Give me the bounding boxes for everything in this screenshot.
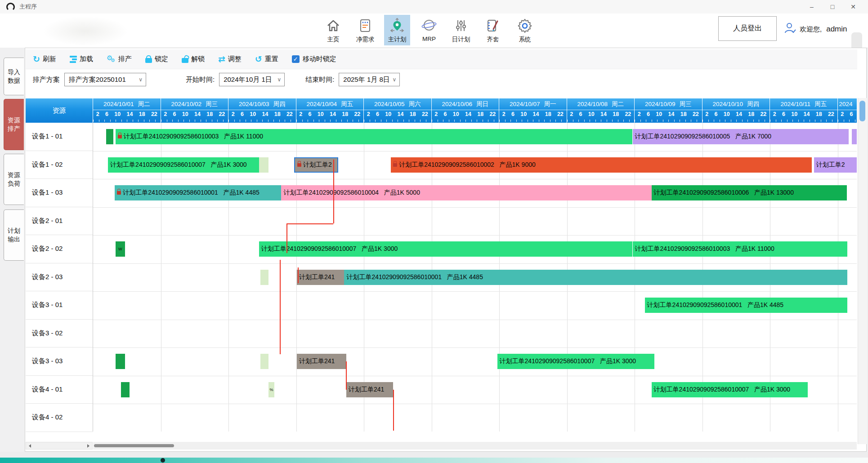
hour-labels: 2610141822 (432, 110, 499, 122)
maximize-button[interactable]: □ (822, 0, 843, 13)
resource-label: 设备4 - 01 (26, 376, 93, 404)
nav-item-home[interactable]: 主页 (320, 15, 346, 45)
gantt-bar[interactable]: 计划工单241 (297, 270, 344, 285)
resource-label: 设备3 - 01 (26, 291, 93, 320)
vertical-scrollbar[interactable] (858, 98, 867, 444)
horizontal-scrollbar[interactable] (93, 442, 857, 450)
gantt-bar[interactable]: 计划工单241 (297, 354, 346, 369)
bar-lock-icon (117, 191, 121, 195)
hour-labels: 2610141822 (499, 110, 567, 122)
gantt-bar[interactable] (260, 270, 268, 285)
end-time-select[interactable]: 2025年 1月 8日 (339, 73, 400, 86)
gantt-area: 资源 2024/10/01周二26101418222024/10/02周三261… (26, 98, 858, 450)
gantt-bar[interactable]: 计划工单24102909092586010007 产品1K 3000 (652, 382, 808, 397)
hour-labels: 2610141822 (296, 110, 364, 122)
gantt-bar[interactable]: 计划工单24102909092586010004 产品1K 5000 (281, 185, 651, 200)
net-demand-icon (358, 17, 373, 35)
vertical-scrollbar-thumb[interactable] (859, 101, 865, 121)
day-date-label: 2024/10/05周六 (364, 98, 431, 110)
sidebar-tab-resource-load[interactable]: 资源 负荷 (4, 154, 24, 205)
user-icon (783, 22, 797, 37)
lock-on-move-checkbox[interactable]: 移动时锁定 (292, 55, 336, 63)
gantt-toolbar: ↻ 刷新 加载 ⚙⚙ 排产 锁定 解锁 ⇄ 调整 (26, 49, 857, 69)
gantt-bar[interactable] (106, 129, 114, 144)
row-gridline (93, 207, 857, 208)
nav-item-daily-plan[interactable]: 日计划 (448, 15, 474, 45)
gantt-bar[interactable]: 计划工单24102909092586010001 产品1K 4485 (645, 298, 847, 313)
hour-labels: 2610141822 (364, 110, 431, 122)
timeline-header: 2024/10/01周二26101418222024/10/02周三261014… (93, 98, 857, 123)
dependency-line (333, 160, 334, 223)
gantt-bar[interactable]: 计划工单24102909092586010002 产品1K 9000 (391, 157, 812, 173)
master-plan-icon (389, 17, 405, 35)
app-window: 主程序 – □ ✕ 主页 净需求 (0, 0, 868, 463)
day-column-header: 2024/10/08周二2610141822 (567, 98, 635, 123)
horizontal-scrollbar-thumb[interactable] (94, 444, 174, 447)
hour-labels: 2610141822 (161, 110, 228, 122)
sidebar-tab-resource-scheduling[interactable]: 资源 排产 (4, 99, 24, 150)
day-date-label: 2024/10/03周四 (228, 98, 296, 110)
row-gridline (93, 347, 857, 348)
gantt-bar[interactable] (121, 382, 130, 397)
bar-label: % (270, 387, 273, 392)
gantt-bar[interactable] (116, 354, 125, 369)
refresh-button[interactable]: ↻ 刷新 (33, 55, 56, 63)
day-column-header: 2024/10/10周四2610141822 (702, 98, 770, 123)
gantt-bar[interactable]: 计划工单2 (294, 157, 338, 173)
schedule-gears-icon: ⚙⚙ (107, 55, 116, 64)
sidebar-tab-import-data[interactable]: 导入 数据 (4, 58, 24, 95)
gantt-bar[interactable]: 计划工单24102909092586010001 产品1K 4485 (344, 270, 847, 285)
gantt-bar[interactable]: 计划工单24102909092586010005 产品1K 7000 (633, 129, 849, 144)
app-icon (6, 3, 15, 11)
plan-select[interactable]: 排产方案20250101 (64, 73, 146, 86)
gantt-bar[interactable]: 计划工单24102909092586010007 产品1K 3000 (259, 241, 633, 257)
gantt-bar[interactable]: % (268, 382, 275, 397)
resource-label: 设备3 - 02 (26, 320, 93, 348)
nav-item-net-demand[interactable]: 净需求 (352, 15, 378, 45)
kitting-icon (485, 17, 501, 35)
gantt-bar[interactable]: 计划工单24102909092586010007 产品1K 3000 (108, 157, 259, 173)
adjust-button[interactable]: ⇄ 调整 (218, 55, 242, 63)
mrp-icon (421, 17, 437, 35)
unlock-icon (182, 58, 188, 63)
nav-item-kitting[interactable]: 齐套 (480, 15, 506, 45)
gantt-bar[interactable]: 计划工单24102909092586010006 产品1K 13000 (652, 185, 847, 200)
sidebar-tab-plan-output[interactable]: 计划 输出 (4, 209, 24, 261)
unlock-button[interactable]: 解锁 (182, 55, 205, 63)
reset-button[interactable]: ↺ 重置 (255, 55, 278, 63)
load-button[interactable]: 加载 (70, 55, 93, 63)
scroll-right-arrow[interactable] (85, 442, 92, 449)
gantt-bar[interactable]: 计划工单24102909092586010007 产品1K 3000 (497, 354, 654, 369)
gantt-bar[interactable] (259, 157, 268, 173)
scroll-left-arrow[interactable] (26, 442, 34, 449)
hour-labels: 2610141822 (838, 110, 857, 122)
close-button[interactable]: ✕ (843, 0, 864, 13)
gantt-bar[interactable]: 计划工单24102909092586010003 产品1K 11000 (633, 241, 847, 257)
bar-label: W (118, 247, 122, 251)
day-date-label: 2024 (838, 98, 857, 110)
bar-lock-icon (393, 163, 397, 167)
gantt-bar[interactable] (852, 129, 857, 144)
nav-item-system[interactable]: 系统 (512, 15, 538, 45)
gantt-bar[interactable]: 计划工单24102909092586010003 产品1K 11000 (116, 129, 633, 144)
gantt-bar[interactable]: W (116, 241, 125, 257)
minimize-button[interactable]: – (801, 0, 822, 13)
start-time-label: 开始时间: (186, 76, 215, 84)
username-text: admin (826, 25, 847, 34)
gantt-bar[interactable]: 计划工单241 (346, 382, 393, 397)
bar-label: 计划工单24102909092586010006 产品1K 13000 (654, 189, 794, 197)
gantt-bar[interactable] (260, 354, 268, 369)
gantt-bar[interactable]: 计划工单24102909092586010001 产品1K 4485 (115, 185, 281, 200)
plan-label: 排产方案 (33, 76, 60, 84)
schedule-button[interactable]: ⚙⚙ 排产 (107, 55, 132, 64)
start-time-select[interactable]: 2024年10月 1日 (219, 73, 285, 86)
nav-item-mrp[interactable]: MRP (416, 15, 442, 45)
lock-button[interactable]: 锁定 (145, 55, 168, 63)
bar-label: 计划工单24102909092586010003 产品1K 11000 (124, 133, 263, 141)
nav-item-master-plan[interactable]: 主计划 (384, 15, 410, 45)
row-gridline (93, 263, 857, 264)
resource-pane-scrollbar[interactable] (26, 442, 93, 450)
day-date-label: 2024/10/07周一 (499, 98, 567, 110)
gantt-bar[interactable]: 计划工单2 (814, 157, 857, 173)
logout-button[interactable]: 人员登出 (718, 16, 777, 41)
